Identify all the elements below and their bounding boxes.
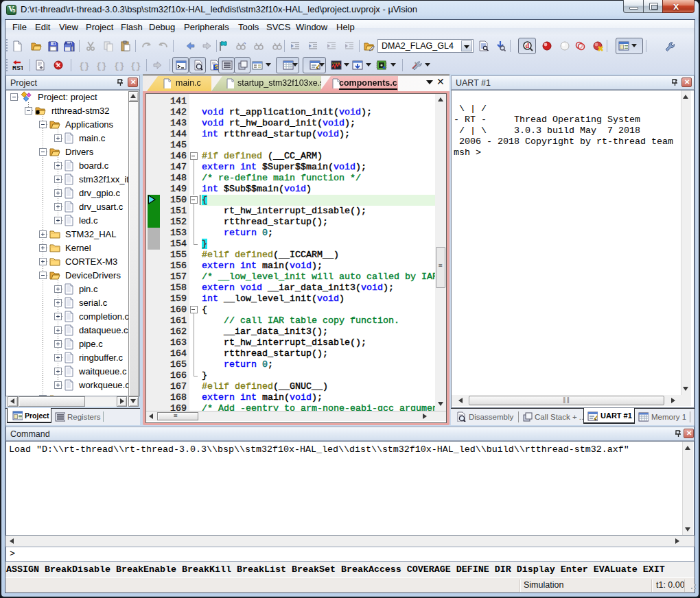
svg-text:{}: {} — [114, 61, 124, 71]
svg-text:RST: RST — [12, 64, 23, 71]
svg-text:{}: {} — [130, 61, 141, 71]
svg-text:d: d — [526, 42, 530, 49]
svg-text:{}: {} — [96, 61, 106, 71]
svg-text:{}: {} — [79, 61, 89, 71]
